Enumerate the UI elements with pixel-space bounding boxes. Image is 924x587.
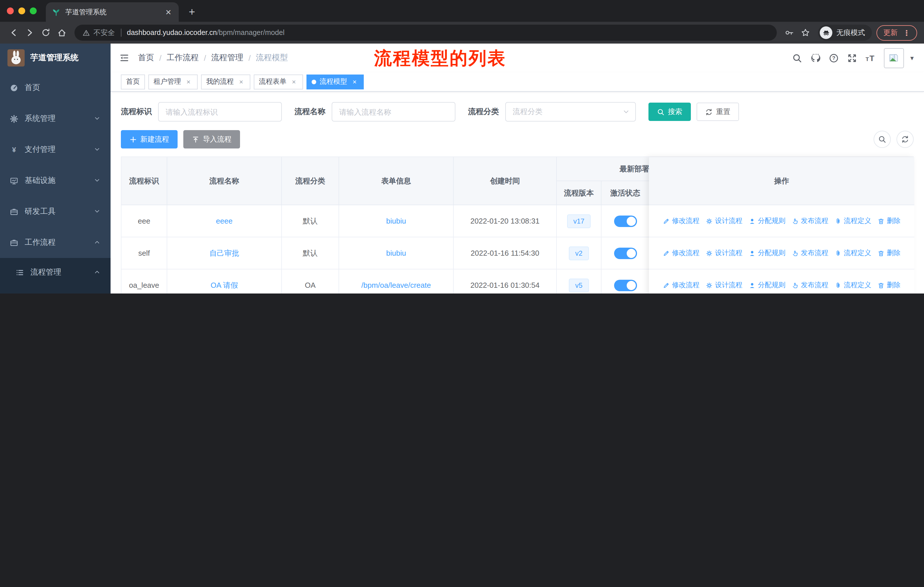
action-definition-link[interactable]: 流程定义 xyxy=(835,280,871,290)
cell-created-time: 2022-01-20 13:08:31 xyxy=(454,205,557,237)
window-minimize-button[interactable] xyxy=(18,7,25,14)
browser-tab[interactable]: 芋道管理系统 ✕ xyxy=(46,2,179,22)
filter-name-input[interactable] xyxy=(332,102,455,122)
filter-category-select[interactable]: 流程分类 xyxy=(505,102,636,122)
briefcase-icon xyxy=(9,207,18,216)
sidebar-item-workflow[interactable]: 工作流程 xyxy=(0,227,111,258)
action-edit-link[interactable]: 修改流程 xyxy=(663,216,700,226)
tag-close-icon[interactable]: × xyxy=(290,78,298,86)
action-definition-link[interactable]: 流程定义 xyxy=(835,248,871,258)
action-edit-link[interactable]: 修改流程 xyxy=(663,248,700,258)
tag-close-icon[interactable]: × xyxy=(237,78,245,86)
logo-title: 芋道管理系统 xyxy=(30,53,79,63)
cell-active-status xyxy=(602,270,650,293)
help-icon[interactable]: ? xyxy=(829,53,839,63)
dashboard-icon xyxy=(9,83,18,92)
tag-流程模型[interactable]: 流程模型× xyxy=(307,74,364,89)
trash-icon xyxy=(878,282,884,289)
breadcrumb-item[interactable]: 首页 xyxy=(138,53,154,63)
linkclip-icon xyxy=(835,282,842,289)
action-publish-link[interactable]: 发布流程 xyxy=(792,216,828,226)
filter-id-input[interactable] xyxy=(158,102,282,122)
action-definition-link[interactable]: 流程定义 xyxy=(835,216,871,226)
cell-process-id: eee xyxy=(121,205,167,237)
action-assign-link[interactable]: 分配规则 xyxy=(749,280,785,290)
breadcrumb-item[interactable]: 流程管理 xyxy=(211,53,243,63)
sidebar-item-process-form[interactable]: 流程表单 xyxy=(0,287,111,293)
tag-流程表单[interactable]: 流程表单× xyxy=(254,74,303,89)
window-zoom-button[interactable] xyxy=(30,7,37,14)
active-status-toggle[interactable] xyxy=(614,279,637,291)
search-button-icon xyxy=(657,108,665,116)
action-label: 分配规则 xyxy=(758,216,785,226)
sidebar-item-infra[interactable]: 基础设施 xyxy=(0,165,111,196)
tag-close-icon[interactable]: × xyxy=(351,78,359,86)
sidebar-logo[interactable]: 芋道管理系统 xyxy=(0,43,111,72)
back-button[interactable] xyxy=(6,25,22,41)
process-name-link[interactable]: 自己审批 xyxy=(210,248,239,258)
sidebar-item-payment[interactable]: ¥支付管理 xyxy=(0,134,111,165)
create-process-button[interactable]: 新建流程 xyxy=(121,130,178,149)
breadcrumb-item[interactable]: 工作流程 xyxy=(167,53,199,63)
sidebar-item-system[interactable]: 系统管理 xyxy=(0,103,111,134)
user-avatar[interactable] xyxy=(884,48,904,68)
forward-button[interactable] xyxy=(22,25,38,41)
chevron-down-icon xyxy=(623,108,630,115)
browser-update-button[interactable]: 更新 ⋮ xyxy=(876,25,917,40)
process-name-link[interactable]: OA 请假 xyxy=(211,280,238,290)
active-status-toggle[interactable] xyxy=(614,215,637,227)
browser-tabstrip: 芋道管理系统 ✕ + xyxy=(0,0,924,22)
form-info-link[interactable]: biubiu xyxy=(386,249,406,257)
search-button[interactable]: 搜索 xyxy=(648,103,691,121)
navbar: 首页 / 工作流程 / 流程管理 / 流程模型 流程模型的列表 ? TT ▼ xyxy=(111,43,924,72)
action-delete-link[interactable]: 删除 xyxy=(878,280,901,290)
address-bar[interactable]: 不安全 dashboard.yudao.iocoder.cn/bpm/manag… xyxy=(74,25,777,41)
actions-row: 修改流程设计流程分配规则发布流程流程定义删除 xyxy=(649,205,914,237)
action-assign-link[interactable]: 分配规则 xyxy=(749,216,785,226)
sidebar: 芋道管理系统 首页系统管理¥支付管理基础设施研发工具工作流程流程管理流程表单用户… xyxy=(0,43,111,293)
sidebar-item-process-manage[interactable]: 流程管理 xyxy=(0,258,111,287)
bookmark-star-icon[interactable] xyxy=(797,25,813,41)
tag-close-icon[interactable]: × xyxy=(185,78,193,86)
edit-icon xyxy=(663,282,670,289)
action-edit-link[interactable]: 修改流程 xyxy=(663,280,700,290)
fullscreen-icon[interactable] xyxy=(847,53,857,63)
action-delete-link[interactable]: 删除 xyxy=(878,216,901,226)
refresh-table-button[interactable] xyxy=(896,131,914,148)
action-publish-link[interactable]: 发布流程 xyxy=(792,248,828,258)
breadcrumb-separator: / xyxy=(249,53,251,63)
action-publish-link[interactable]: 发布流程 xyxy=(792,280,828,290)
key-icon[interactable] xyxy=(781,25,797,41)
sidebar-item-home[interactable]: 首页 xyxy=(0,72,111,103)
home-button[interactable] xyxy=(54,25,70,41)
reload-button[interactable] xyxy=(38,25,54,41)
sub-column-header: 激活状态 xyxy=(602,181,650,205)
process-name-link[interactable]: eeee xyxy=(216,217,233,225)
new-tab-button[interactable]: + xyxy=(183,3,201,21)
show-search-toggle-button[interactable] xyxy=(874,131,891,148)
sidebar-collapse-icon[interactable] xyxy=(120,53,129,63)
tag-首页[interactable]: 首页 xyxy=(121,74,145,89)
window-close-button[interactable] xyxy=(7,7,14,14)
tag-我的流程[interactable]: 我的流程× xyxy=(201,74,250,89)
sidebar-item-label: 流程管理 xyxy=(30,267,61,278)
import-process-button[interactable]: 导入流程 xyxy=(183,130,240,149)
sidebar-item-devtools[interactable]: 研发工具 xyxy=(0,196,111,227)
action-design-link[interactable]: 设计流程 xyxy=(706,216,742,226)
reset-button[interactable]: 重置 xyxy=(696,103,739,121)
form-info-link[interactable]: biubiu xyxy=(386,217,406,225)
github-icon[interactable] xyxy=(810,53,820,63)
search-icon[interactable] xyxy=(792,53,802,63)
action-design-link[interactable]: 设计流程 xyxy=(706,280,742,290)
active-status-toggle[interactable] xyxy=(614,247,637,259)
avatar-caret-icon[interactable]: ▼ xyxy=(909,55,915,61)
form-info-link[interactable]: /bpm/oa/leave/create xyxy=(361,281,431,289)
tab-close-icon[interactable]: ✕ xyxy=(164,7,173,17)
browser-menu-dots-icon[interactable]: ⋮ xyxy=(903,28,910,37)
action-design-link[interactable]: 设计流程 xyxy=(706,248,742,258)
action-delete-link[interactable]: 删除 xyxy=(878,248,901,258)
font-size-icon[interactable]: TT xyxy=(866,53,875,63)
import-process-label: 导入流程 xyxy=(203,134,231,144)
action-assign-link[interactable]: 分配规则 xyxy=(749,248,785,258)
tag-租户管理[interactable]: 租户管理× xyxy=(148,74,198,89)
